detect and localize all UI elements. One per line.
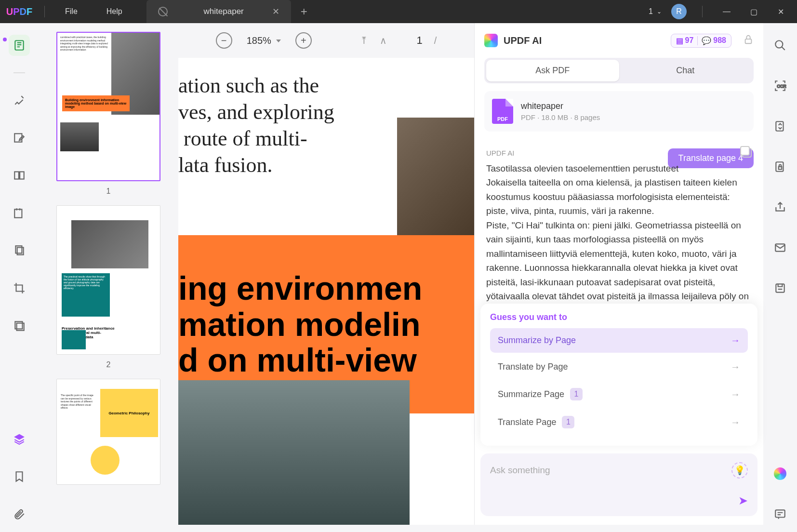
menu-file[interactable]: File xyxy=(51,7,92,16)
layers-tool[interactable] xyxy=(9,428,30,450)
convert-icon[interactable] xyxy=(770,116,791,137)
right-toolbar: OCR xyxy=(763,23,797,525)
zoom-out-button[interactable]: − xyxy=(216,32,232,49)
thumbnail-page-2[interactable]: The practical results show that through … xyxy=(56,205,160,355)
close-tab-icon[interactable]: ✕ xyxy=(272,6,279,17)
ai-file-card[interactable]: PDF whitepaper PDF · 18.0 MB · 8 pages xyxy=(484,91,754,132)
page-tool[interactable] xyxy=(9,165,30,186)
suggestions-card: Guess you want to Summarize by Page→ Tra… xyxy=(480,304,757,446)
svg-rect-14 xyxy=(779,167,782,169)
bookmark-tool[interactable] xyxy=(9,466,30,487)
thumb-number: 2 xyxy=(106,360,111,369)
search-icon[interactable] xyxy=(770,35,791,56)
credit-badges[interactable]: ▤97 💬988 xyxy=(671,34,732,48)
file-meta: PDF · 18.0 MB · 8 pages xyxy=(521,113,600,121)
page-number-input[interactable]: 1 xyxy=(398,34,423,47)
doc-image xyxy=(397,118,474,235)
tab-ask-pdf[interactable]: Ask PDF xyxy=(486,60,619,81)
ai-header: UPDF AI ▤97 💬988 xyxy=(475,23,763,58)
divider xyxy=(702,6,703,17)
minimize-button[interactable]: — xyxy=(718,3,735,20)
add-tab-button[interactable]: + xyxy=(301,5,307,18)
attachment-tool[interactable] xyxy=(9,504,30,525)
svg-rect-2 xyxy=(14,172,19,179)
prev-page-icon[interactable]: ∧ xyxy=(380,35,387,46)
lock-icon[interactable] xyxy=(743,34,754,47)
email-icon[interactable] xyxy=(770,237,791,258)
indicator-dot xyxy=(3,38,7,41)
suggestions-title: Guess you want to xyxy=(490,312,748,322)
ai-panel: UPDF AI ▤97 💬988 Ask PDF Chat PDF whitep… xyxy=(474,23,763,525)
send-icon[interactable]: ➤ xyxy=(738,494,748,507)
reader-tool[interactable] xyxy=(9,35,30,56)
pdf-icon: PDF xyxy=(492,99,513,124)
protect-icon[interactable] xyxy=(770,156,791,177)
ai-shortcut-icon[interactable] xyxy=(770,463,791,484)
titlebar: UPDF File Help whitepaper ✕ + 1⌄ R — ▢ ✕ xyxy=(0,0,797,23)
file-name: whitepaper xyxy=(521,101,600,111)
svg-rect-16 xyxy=(776,284,784,292)
ai-response-text: Tasotilassa olevien tasoelementtien peru… xyxy=(486,161,752,318)
badge-doc: ▤97 xyxy=(676,36,694,45)
document-toolbar: − 185% + ⤒ ∧ 1 / xyxy=(178,23,474,58)
svg-rect-17 xyxy=(775,510,785,517)
divider xyxy=(44,6,45,17)
menu-help[interactable]: Help xyxy=(92,7,137,16)
ocr-icon[interactable]: OCR xyxy=(770,75,791,96)
ai-tabs: Ask PDF Chat xyxy=(484,58,754,83)
svg-rect-3 xyxy=(20,172,24,179)
badge-chat: 💬988 xyxy=(702,36,726,45)
svg-rect-4 xyxy=(14,209,22,217)
ai-input-placeholder: Ask something xyxy=(490,465,731,476)
zoom-level[interactable]: 185% xyxy=(247,35,281,46)
banner-line: d on multi-view xyxy=(178,342,474,378)
svg-point-10 xyxy=(775,40,783,48)
redact-tool[interactable] xyxy=(9,315,30,336)
suggest-summarize-by-page[interactable]: Summarize by Page→ xyxy=(490,328,748,353)
tab-icon xyxy=(158,7,168,16)
thumb-geo-title: Geometric Philosophy xyxy=(100,389,158,437)
edit-tool[interactable] xyxy=(9,127,30,148)
document-area: − 185% + ⤒ ∧ 1 / ation such as the ves, … xyxy=(178,23,474,525)
ai-response-label: UPDF AI xyxy=(486,148,752,158)
thumbnail-page-3[interactable]: The specific point of the image can be e… xyxy=(56,379,160,485)
app-logo: UPDF xyxy=(0,6,39,17)
ai-input-box[interactable]: Ask something 💡 ➤ xyxy=(480,453,757,516)
copy-icon[interactable] xyxy=(742,148,752,158)
close-button[interactable]: ✕ xyxy=(772,3,789,20)
window-menu[interactable]: 1⌄ xyxy=(649,7,662,16)
tab-title: whitepaper xyxy=(175,7,272,16)
first-page-icon[interactable]: ⤒ xyxy=(360,35,368,46)
save-icon[interactable] xyxy=(770,278,791,299)
zoom-in-button[interactable]: + xyxy=(295,32,312,49)
crop-tool[interactable] xyxy=(9,278,30,299)
comment-tool[interactable] xyxy=(9,90,30,111)
comment-list-icon[interactable] xyxy=(770,504,791,525)
hint-bulb-icon[interactable]: 💡 xyxy=(731,462,748,479)
banner-line: ing environmen xyxy=(178,270,474,306)
thumb-number: 1 xyxy=(106,187,111,196)
suggest-translate-page[interactable]: Translate Page1→ xyxy=(490,409,748,435)
tab-chat[interactable]: Chat xyxy=(619,60,752,81)
svg-rect-9 xyxy=(745,39,752,43)
thumb-banner-text: Building environment information modelin… xyxy=(62,95,130,111)
form-tool[interactable] xyxy=(9,202,30,224)
avatar[interactable]: R xyxy=(671,4,687,19)
thumbnail-panel: combined with practical cases, the build… xyxy=(39,23,178,525)
svg-text:OCR: OCR xyxy=(777,84,786,89)
maximize-button[interactable]: ▢ xyxy=(745,3,762,20)
document-tab[interactable]: whitepaper ✕ xyxy=(146,0,291,23)
document-canvas[interactable]: ation such as the ves, and exploring rou… xyxy=(178,58,474,525)
left-toolbar xyxy=(0,23,39,525)
window-count: 1 xyxy=(649,7,653,16)
svg-rect-12 xyxy=(776,121,783,131)
ai-logo-icon xyxy=(484,34,498,47)
separator xyxy=(13,72,25,73)
thumbnail-page-1[interactable]: combined with practical cases, the build… xyxy=(56,32,160,181)
organize-tool[interactable] xyxy=(9,240,30,261)
suggest-summarize-page[interactable]: Summarize Page1→ xyxy=(490,381,748,407)
ai-title: UPDF AI xyxy=(504,35,665,46)
doc-image xyxy=(178,380,410,525)
share-icon[interactable] xyxy=(770,197,791,218)
suggest-translate-by-page[interactable]: Translate by Page→ xyxy=(490,355,748,379)
